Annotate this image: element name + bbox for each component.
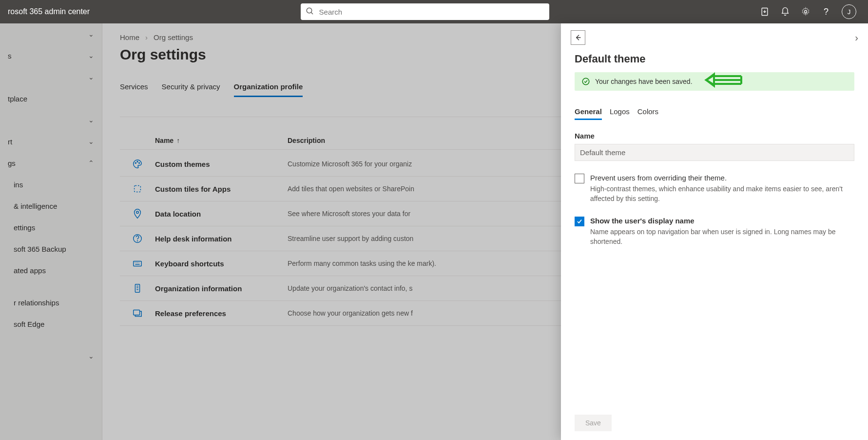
settings-icon[interactable] <box>801 7 810 17</box>
row-name: Organization information <box>155 284 288 293</box>
sidebar-item[interactable]: rt⌄ <box>0 131 102 152</box>
name-field[interactable] <box>575 144 854 161</box>
install-icon[interactable] <box>760 7 770 17</box>
sidebar-item[interactable]: & intelligence <box>0 195 102 217</box>
chevron-down-icon: ⌄ <box>88 52 94 60</box>
checkbox-label: Show the user's display name <box>590 217 854 225</box>
checkbox-show-display-name[interactable] <box>575 217 584 226</box>
search-icon <box>306 7 314 17</box>
row-name: Help desk information <box>155 235 288 243</box>
sort-arrow-icon: ↑ <box>176 137 180 144</box>
checkbox-help: High-contrast themes, which enhance usab… <box>590 184 854 204</box>
svg-point-4 <box>135 162 136 163</box>
row-name: Release preferences <box>155 309 288 318</box>
breadcrumb-current: Org settings <box>154 33 193 41</box>
svg-point-0 <box>307 8 312 13</box>
chevron-down-icon: ⌄ <box>88 116 94 124</box>
keyboard-icon <box>120 258 155 269</box>
checkbox-help: Name appears on top navigation bar when … <box>590 227 854 247</box>
checkmark-icon <box>581 77 590 86</box>
release-icon <box>120 308 155 319</box>
svg-point-5 <box>137 161 138 162</box>
success-message: Your changes have been saved. <box>575 72 854 91</box>
palette-icon <box>120 159 155 169</box>
column-name[interactable]: Name↑ <box>120 137 288 144</box>
avatar[interactable]: J <box>842 4 856 19</box>
org-icon <box>120 283 155 294</box>
sidebar-item[interactable]: ⌄ <box>0 109 102 131</box>
sidebar-item[interactable]: ins <box>0 174 102 195</box>
search-input[interactable] <box>319 8 544 16</box>
row-name: Custom themes <box>155 160 288 168</box>
checkbox-label: Prevent users from overriding their them… <box>590 174 854 182</box>
annotation-arrow-icon <box>703 71 742 90</box>
svg-point-14 <box>582 78 589 85</box>
name-label: Name <box>575 132 854 140</box>
sidebar-item[interactable]: ettings <box>0 217 102 238</box>
tab-organization-profile[interactable]: Organization profile <box>234 78 303 97</box>
row-name: Data location <box>155 210 288 218</box>
svg-rect-11 <box>134 261 142 266</box>
tile-icon <box>120 183 155 194</box>
svg-point-3 <box>805 11 807 13</box>
back-button[interactable] <box>571 30 585 45</box>
panel-title: Default theme <box>571 53 858 65</box>
sidebar: ⌄ s⌄ ⌄ tplace ⌄ rt⌄ gs⌃ ins & intelligen… <box>0 23 102 440</box>
chevron-down-icon: ⌄ <box>88 73 94 81</box>
sidebar-item[interactable]: soft Edge <box>0 313 102 335</box>
sidebar-item[interactable]: ⌄ <box>0 23 102 45</box>
details-panel: › Default theme Your changes have been s… <box>561 23 868 440</box>
sidebar-item[interactable]: r relationships <box>0 292 102 313</box>
sidebar-item-marketplace[interactable]: tplace <box>0 88 102 109</box>
chevron-down-icon: ⌄ <box>88 352 94 360</box>
chevron-down-icon: ⌄ <box>88 30 94 38</box>
row-name: Custom tiles for Apps <box>155 185 288 193</box>
svg-point-10 <box>137 240 138 241</box>
help-icon[interactable]: ? <box>821 7 831 17</box>
svg-rect-13 <box>134 310 140 315</box>
svg-line-1 <box>311 12 313 14</box>
checkbox-prevent-override[interactable] <box>575 174 584 183</box>
next-icon[interactable]: › <box>855 32 858 43</box>
help-icon <box>120 233 155 244</box>
sidebar-item[interactable]: ated apps <box>0 260 102 281</box>
row-name: Keyboard shortcuts <box>155 260 288 268</box>
chevron-down-icon: ⌄ <box>88 138 94 145</box>
sidebar-item[interactable]: ⌄ <box>0 66 102 88</box>
search-box[interactable] <box>301 3 549 20</box>
breadcrumb-home[interactable]: Home <box>120 33 139 41</box>
svg-point-6 <box>139 162 140 163</box>
notifications-icon[interactable] <box>780 7 790 17</box>
chevron-up-icon: ⌃ <box>88 159 94 167</box>
sidebar-item[interactable]: soft 365 Backup <box>0 238 102 260</box>
svg-point-8 <box>136 211 139 214</box>
app-title: rosoft 365 admin center <box>6 7 90 16</box>
sidebar-item-settings[interactable]: gs⌃ <box>0 152 102 174</box>
tab-security-privacy[interactable]: Security & privacy <box>162 78 220 97</box>
tab-services[interactable]: Services <box>120 78 148 97</box>
tab-general[interactable]: General <box>575 104 602 120</box>
svg-rect-7 <box>135 186 141 192</box>
chevron-right-icon: › <box>145 33 148 41</box>
sidebar-item[interactable]: ⌄ <box>0 345 102 367</box>
top-bar: rosoft 365 admin center ? J <box>0 0 868 23</box>
location-icon <box>120 208 155 219</box>
tab-logos[interactable]: Logos <box>610 104 630 120</box>
sidebar-item[interactable]: s⌄ <box>0 45 102 66</box>
tab-colors[interactable]: Colors <box>637 104 658 120</box>
save-button[interactable]: Save <box>575 415 612 431</box>
svg-rect-12 <box>135 284 139 293</box>
panel-tabs: General Logos Colors <box>575 104 854 120</box>
